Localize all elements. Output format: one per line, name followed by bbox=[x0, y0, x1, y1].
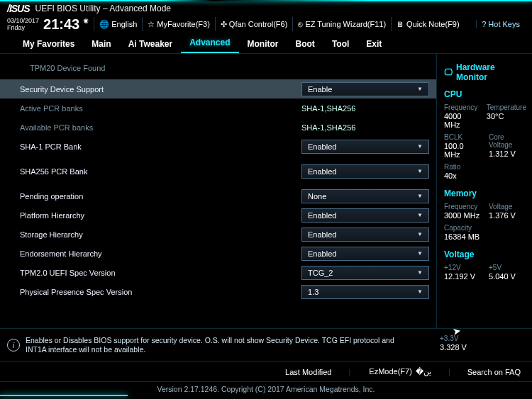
info-icon: i bbox=[7, 339, 20, 352]
chevron-down-icon: ▼ bbox=[417, 250, 423, 257]
hot-keys-button[interactable]: ? Hot Keys bbox=[476, 20, 525, 28]
setting-select[interactable]: None▼ bbox=[301, 189, 429, 203]
ez-mode-button[interactable]: EzMode(F7) �ین bbox=[366, 367, 433, 376]
chevron-down-icon: ▼ bbox=[417, 168, 423, 174]
clock: 21:43 bbox=[43, 16, 79, 33]
toolbar-icon-0: ☆ bbox=[148, 20, 155, 29]
day: Friday bbox=[7, 24, 39, 31]
setting-label: Security Device Support bbox=[20, 85, 301, 94]
setting-label: SHA-1 PCR Bank bbox=[20, 142, 301, 151]
language-button[interactable]: 🌐English bbox=[94, 17, 142, 31]
hardware-monitor-panel: 🖵Hardware Monitor CPUFrequency4000 MHzTe… bbox=[436, 54, 532, 328]
hw-group-memory: Memory bbox=[444, 189, 526, 198]
chevron-down-icon: ▼ bbox=[417, 269, 423, 276]
setting-row: Security Device SupportEnable▼ bbox=[0, 79, 436, 99]
setting-label: Platform Hierarchy bbox=[20, 211, 301, 220]
hw-group-cpu: CPU bbox=[444, 89, 526, 99]
setting-row: Pending operationNone▼ bbox=[20, 186, 429, 206]
footer-actions: Last Modified| EzMode(F7) �ین| Search on… bbox=[0, 362, 532, 382]
chevron-down-icon: ▼ bbox=[417, 288, 423, 295]
date: 03/10/2017 bbox=[7, 17, 39, 24]
hw-pair: Frequency4000 MHzTemperature30°C bbox=[444, 103, 526, 133]
setting-row: Storage HierarchyEnabled▼ bbox=[20, 225, 429, 244]
hw-pair: +12V12.192 V+5V5.040 V bbox=[444, 264, 526, 285]
tab-monitor[interactable]: Monitor bbox=[239, 35, 287, 53]
help-text: Enables or Disables BIOS support for sec… bbox=[26, 336, 409, 354]
toolbar-button-0[interactable]: ☆MyFavorite(F3) bbox=[142, 17, 215, 31]
tab-boot[interactable]: Boot bbox=[287, 35, 323, 53]
setting-row: Available PCR banksSHA-1,SHA256 bbox=[20, 118, 429, 137]
setting-label: TPM2.0 UEFI Spec Version bbox=[20, 269, 301, 277]
toolbar-button-3[interactable]: 🗎Quick Note(F9) bbox=[391, 17, 465, 31]
setting-select[interactable]: Enable▼ bbox=[301, 82, 429, 96]
setting-select[interactable]: Enabled▼ bbox=[301, 247, 429, 261]
search-faq-button[interactable]: Search on FAQ bbox=[466, 368, 522, 376]
toolbar-button-2[interactable]: ⎋EZ Tuning Wizard(F11) bbox=[292, 17, 391, 31]
header: /ISUS UEFI BIOS Utility – Advanced Mode bbox=[0, 1, 532, 14]
hw-pair: Capacity16384 MB bbox=[444, 224, 526, 245]
voltage-extra: +3.3V 3.328 V bbox=[440, 335, 525, 356]
date-block: 03/10/2017 Friday bbox=[7, 17, 39, 31]
setting-select[interactable]: TCG_2▼ bbox=[301, 266, 429, 280]
monitor-icon: 🖵 bbox=[444, 67, 453, 77]
setting-label: Endorsement Hierarchy bbox=[20, 249, 301, 258]
chevron-down-icon: ▼ bbox=[417, 143, 423, 150]
hw-monitor-header: 🖵Hardware Monitor bbox=[444, 62, 526, 85]
hw-pair: Ratio40x bbox=[444, 163, 526, 184]
tab-tool[interactable]: Tool bbox=[323, 35, 358, 53]
tab-exit[interactable]: Exit bbox=[358, 35, 390, 53]
chevron-down-icon: ▼ bbox=[417, 86, 423, 92]
tab-my-favorites[interactable]: My Favorites bbox=[14, 35, 83, 53]
v33-label: +3.3V bbox=[440, 335, 525, 342]
setting-value: SHA-1,SHA256 bbox=[301, 104, 429, 113]
tpm-found-notice: TPM20 Device Found bbox=[20, 60, 429, 79]
setting-select[interactable]: Enabled▼ bbox=[301, 164, 429, 179]
setting-row: SHA-1 PCR BankEnabled▼ bbox=[20, 137, 429, 156]
nav-tabs: My FavoritesMainAi TweakerAdvancedMonito… bbox=[0, 34, 532, 54]
v33-value: 3.328 V bbox=[440, 343, 525, 352]
info-row: 03/10/2017 Friday 21:43 ✷ 🌐English ☆MyFa… bbox=[0, 14, 532, 34]
keyboard-icon: ? bbox=[482, 20, 486, 28]
setting-select[interactable]: 1.3▼ bbox=[301, 285, 429, 299]
setting-row: TPM2.0 UEFI Spec VersionTCG_2▼ bbox=[20, 263, 429, 282]
tab-main[interactable]: Main bbox=[83, 35, 119, 53]
bottom-accent-line bbox=[0, 395, 128, 396]
hw-group-voltage: Voltage bbox=[444, 249, 526, 259]
toolbar-icon-1: ✣ bbox=[221, 20, 227, 29]
chevron-down-icon: ▼ bbox=[417, 193, 423, 199]
setting-row: Physical Presence Spec Version1.3▼ bbox=[20, 282, 429, 301]
asus-logo: /ISUS bbox=[7, 3, 30, 14]
help-strip: i Enables or Disables BIOS support for s… bbox=[0, 328, 532, 362]
toolbar-button-1[interactable]: ✣Qfan Control(F6) bbox=[215, 17, 293, 31]
setting-row: Endorsement HierarchyEnabled▼ bbox=[20, 244, 429, 263]
setting-label: Available PCR banks bbox=[20, 123, 301, 132]
hw-pair: BCLK100.0 MHzCore Voltage1.312 V bbox=[444, 133, 526, 163]
setting-label: Pending operation bbox=[20, 192, 301, 201]
setting-row: Platform HierarchyEnabled▼ bbox=[20, 206, 429, 225]
app-title: UEFI BIOS Utility – Advanced Mode bbox=[35, 4, 171, 13]
content-panel: TPM20 Device Found Security Device Suppo… bbox=[0, 54, 436, 328]
setting-value: SHA-1,SHA256 bbox=[301, 123, 429, 132]
setting-label: Storage Hierarchy bbox=[20, 230, 301, 239]
tab-advanced[interactable]: Advanced bbox=[181, 33, 238, 53]
chevron-down-icon: ▼ bbox=[417, 212, 423, 218]
toolbar-icon-3: 🗎 bbox=[397, 20, 404, 28]
tab-ai-tweaker[interactable]: Ai Tweaker bbox=[120, 35, 181, 53]
gear-icon[interactable]: ✷ bbox=[82, 16, 89, 26]
toolbar-icon-2: ⎋ bbox=[298, 20, 303, 28]
globe-icon: 🌐 bbox=[99, 20, 109, 29]
setting-label: SHA256 PCR Bank bbox=[20, 167, 301, 176]
setting-row: SHA256 PCR BankEnabled▼ bbox=[20, 162, 429, 181]
setting-select[interactable]: Enabled▼ bbox=[301, 140, 429, 154]
setting-label: Active PCR banks bbox=[20, 104, 301, 113]
hw-pair: Frequency3000 MHzVoltage1.376 V bbox=[444, 203, 526, 224]
setting-row: Active PCR banksSHA-1,SHA256 bbox=[20, 99, 429, 118]
chevron-down-icon: ▼ bbox=[417, 231, 423, 237]
footer-version: Version 2.17.1246. Copyright (C) 2017 Am… bbox=[0, 382, 532, 396]
setting-select[interactable]: Enabled▼ bbox=[301, 208, 429, 223]
setting-select[interactable]: Enabled▼ bbox=[301, 227, 429, 242]
setting-label: Physical Presence Spec Version bbox=[20, 288, 301, 296]
last-modified-button[interactable]: Last Modified bbox=[284, 368, 333, 376]
